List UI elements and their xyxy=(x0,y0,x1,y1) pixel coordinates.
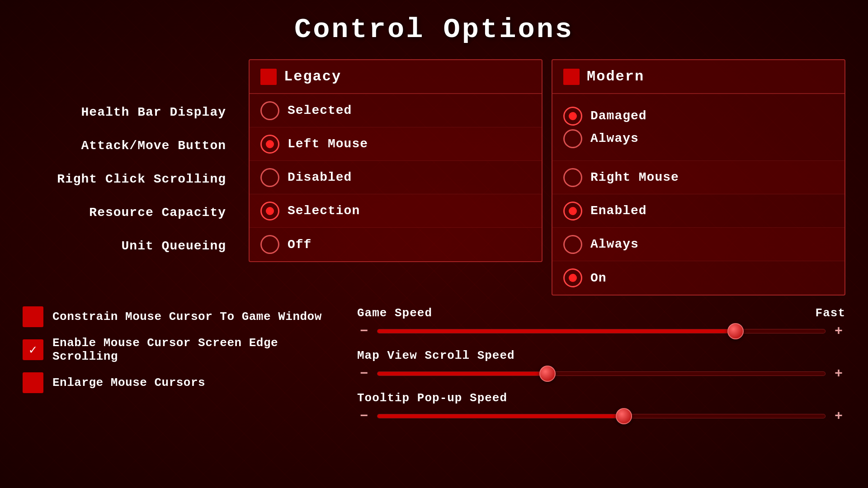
legacy-label-4: Off xyxy=(288,238,311,252)
label-health-bar: Health Bar Display xyxy=(23,95,240,129)
modern-title: Modern xyxy=(587,68,644,85)
legacy-radio-0[interactable] xyxy=(260,101,279,120)
checkbox-constrain[interactable] xyxy=(23,306,43,327)
slider-map-scroll-row: − + xyxy=(357,366,845,381)
legacy-radio-1[interactable] xyxy=(260,135,279,154)
legacy-label-0: Selected xyxy=(288,103,352,117)
slider-game-speed-value: Fast xyxy=(816,306,845,320)
tooltip-thumb[interactable] xyxy=(616,408,632,424)
slider-map-scroll-label: Map View Scroll Speed xyxy=(357,349,515,362)
modern-radio-enabled[interactable] xyxy=(563,202,582,221)
legacy-title: Legacy xyxy=(284,68,341,85)
tooltip-plus[interactable]: + xyxy=(832,408,845,424)
slider-game-speed-label: Game Speed xyxy=(357,306,432,320)
checkbox-label-1: Enable Mouse Cursor Screen Edge Scrollin… xyxy=(52,336,339,363)
modern-radio-right-mouse[interactable] xyxy=(563,168,582,187)
legacy-row-2: Disabled xyxy=(250,161,542,194)
checkbox-row-1: Enable Mouse Cursor Screen Edge Scrollin… xyxy=(23,336,339,363)
modern-radio-on[interactable] xyxy=(563,268,582,287)
modern-label-right-mouse: Right Mouse xyxy=(590,170,679,184)
modern-row-1: Right Mouse xyxy=(552,161,844,194)
legacy-row-3: Selection xyxy=(250,194,542,228)
tooltip-minus[interactable]: − xyxy=(357,408,371,424)
modern-icon xyxy=(563,69,580,85)
slider-tooltip: Tooltip Pop-up Speed − + xyxy=(357,391,845,424)
legacy-row-0: Selected xyxy=(250,94,542,127)
options-layout: Health Bar Display Attack/Move Button Ri… xyxy=(23,59,845,296)
legacy-radio-4[interactable] xyxy=(260,235,279,254)
label-unit-queueing: Unit Queueing xyxy=(23,229,240,263)
legacy-panel-header: Legacy xyxy=(250,60,542,94)
game-speed-track[interactable] xyxy=(377,329,826,333)
map-scroll-fill xyxy=(377,372,547,375)
legacy-row-4: Off xyxy=(250,228,542,261)
modern-radio-damaged[interactable] xyxy=(563,107,582,126)
sliders-column: Game Speed Fast − + Map View Scroll Spee… xyxy=(357,306,845,424)
map-scroll-track[interactable] xyxy=(377,371,826,376)
checkbox-enlarge[interactable] xyxy=(23,372,43,393)
slider-map-scroll-header: Map View Scroll Speed xyxy=(357,349,845,362)
legacy-radio-2[interactable] xyxy=(260,168,279,187)
checkbox-label-0: Constrain Mouse Cursor To Game Window xyxy=(52,310,322,324)
legacy-label-2: Disabled xyxy=(288,170,352,184)
slider-game-speed: Game Speed Fast − + xyxy=(357,306,845,339)
legacy-label-1: Left Mouse xyxy=(288,137,368,151)
map-scroll-thumb[interactable] xyxy=(539,366,556,382)
checkbox-edge-scroll[interactable] xyxy=(23,339,43,360)
modern-label-on: On xyxy=(590,271,607,285)
slider-tooltip-label: Tooltip Pop-up Speed xyxy=(357,391,507,405)
bottom-section: Constrain Mouse Cursor To Game Window En… xyxy=(23,306,845,424)
modern-radio-always-1[interactable] xyxy=(563,235,582,254)
modern-label-always-0: Always xyxy=(590,131,639,145)
map-scroll-plus[interactable]: + xyxy=(832,366,845,381)
modern-radio-always-0[interactable] xyxy=(563,129,582,148)
label-right-click: Right Click Scrolling xyxy=(23,162,240,196)
tooltip-fill xyxy=(377,414,624,418)
modern-panel-header: Modern xyxy=(552,60,844,94)
modern-label-always-1: Always xyxy=(590,237,639,251)
legacy-row-1: Left Mouse xyxy=(250,127,542,161)
checkboxes-column: Constrain Mouse Cursor To Game Window En… xyxy=(23,306,339,424)
legacy-panel: Legacy Selected Left Mouse Disabled xyxy=(249,59,542,262)
modern-panel: Modern Damaged Always xyxy=(552,59,845,296)
modern-row-0: Damaged Always xyxy=(552,94,844,161)
slider-tooltip-row: − + xyxy=(357,408,845,424)
checkbox-row-0: Constrain Mouse Cursor To Game Window xyxy=(23,306,339,327)
checkbox-row-2: Enlarge Mouse Cursors xyxy=(23,372,339,393)
slider-game-speed-header: Game Speed Fast xyxy=(357,306,845,320)
slider-game-speed-row: − + xyxy=(357,324,845,339)
game-speed-thumb[interactable] xyxy=(727,323,744,339)
modern-row-2: Enabled xyxy=(552,194,844,228)
legacy-label-3: Selection xyxy=(288,204,360,218)
game-speed-fill xyxy=(377,329,736,333)
modern-label-damaged: Damaged xyxy=(590,109,647,123)
modern-row-3: Always xyxy=(552,228,844,261)
modern-row-4: On xyxy=(552,261,844,295)
legacy-radio-3[interactable] xyxy=(260,202,279,221)
label-attack-move: Attack/Move Button xyxy=(23,129,240,162)
slider-map-scroll: Map View Scroll Speed − + xyxy=(357,349,845,381)
game-speed-plus[interactable]: + xyxy=(832,324,845,339)
labels-column: Health Bar Display Attack/Move Button Ri… xyxy=(23,59,240,263)
legacy-icon xyxy=(260,69,277,85)
page-title: Control Options xyxy=(23,14,845,46)
map-scroll-minus[interactable]: − xyxy=(357,366,371,381)
checkbox-label-2: Enlarge Mouse Cursors xyxy=(52,376,205,389)
label-resource-capacity: Resource Capacity xyxy=(23,196,240,229)
game-speed-minus[interactable]: − xyxy=(357,324,371,339)
slider-tooltip-header: Tooltip Pop-up Speed xyxy=(357,391,845,405)
modern-label-enabled: Enabled xyxy=(590,204,647,218)
tooltip-track[interactable] xyxy=(377,414,826,418)
